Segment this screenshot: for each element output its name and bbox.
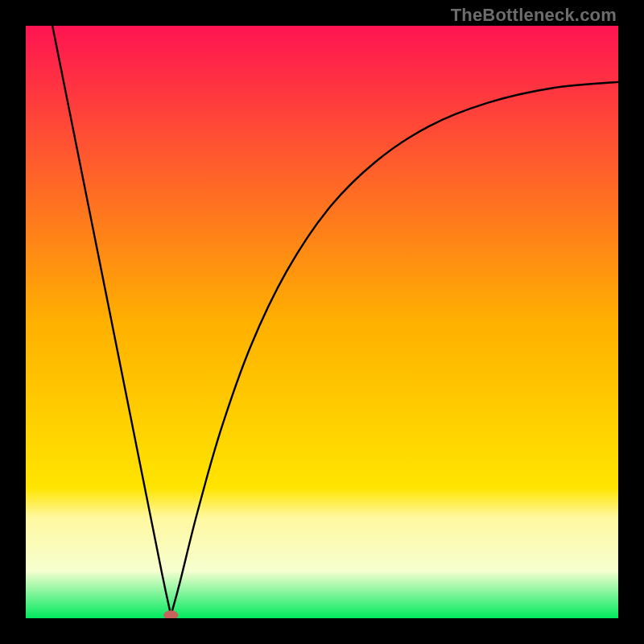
bottleneck-chart — [26, 26, 618, 618]
chart-area — [26, 26, 618, 618]
watermark-text: TheBottleneck.com — [451, 5, 617, 26]
gradient-background — [26, 26, 618, 618]
